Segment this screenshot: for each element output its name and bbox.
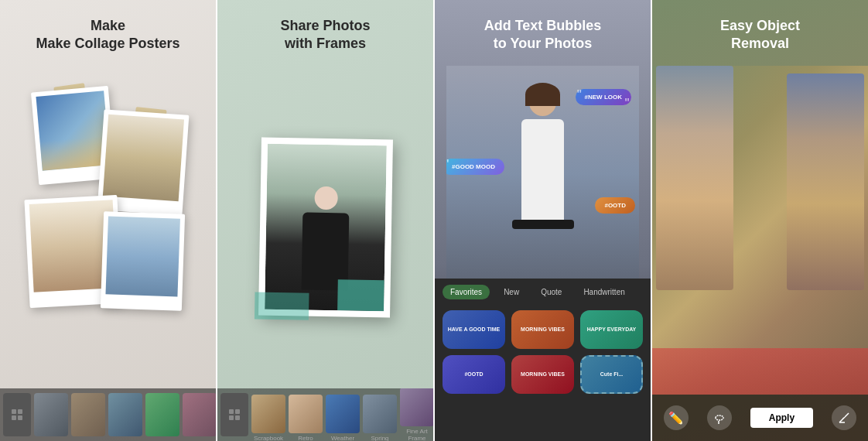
panel-4-image-area [652, 66, 868, 395]
p3-skateboard [512, 220, 574, 229]
thumbnail-5[interactable] [183, 393, 216, 436]
svg-rect-6 [229, 415, 234, 420]
thumbnail-strip-1 [0, 388, 216, 441]
tab-quote[interactable]: Quote [533, 285, 569, 299]
panel-text-bubbles: Add Text Bubblesto Your Photos " #NEW LO… [435, 0, 651, 441]
panel-3-title: Add Text Bubblesto Your Photos [435, 17, 651, 53]
sticker-grid: HAVE A GOOD TIME MORNING VIBES HAPPY EVE… [435, 306, 651, 398]
p4-background [652, 66, 868, 395]
svg-rect-1 [18, 409, 22, 414]
sticker-5[interactable]: MORNING VIBES [511, 355, 574, 394]
svg-rect-2 [12, 415, 16, 420]
p3-hair [525, 83, 560, 106]
teal-corner [337, 279, 384, 311]
panel-object-removal: Easy ObjectRemoval ✏️ Apply [652, 0, 868, 441]
thumbnail-1[interactable] [34, 393, 68, 436]
thumb-label-weather: Weather [331, 435, 354, 441]
panel-4-title: Easy ObjectRemoval [652, 17, 868, 53]
p3-controls: Favorites New Quote Handwritten HAVE A G… [435, 279, 651, 441]
text-bubble-1: " #NEW LOOK " [576, 89, 631, 105]
sticker-4[interactable]: #OOTD [443, 355, 505, 394]
thumbnail-3[interactable] [108, 393, 142, 436]
p4-car [652, 348, 868, 395]
panel-frames: Share Photoswith Frames [217, 0, 433, 441]
icon-button[interactable] [3, 393, 31, 436]
p4-toolbar: ✏️ Apply [652, 395, 868, 441]
thumb-label-spring: Spring [371, 435, 388, 441]
quote-open-2: " [446, 157, 449, 169]
collage-container [8, 70, 208, 387]
sticker-3[interactable]: HAPPY EVERYDAY [580, 310, 643, 349]
quote-close: " [624, 96, 630, 108]
eraser-icon[interactable] [832, 405, 856, 430]
teal-corner-2 [254, 292, 309, 320]
sticker-6[interactable]: Cute Fi... [580, 355, 643, 394]
apply-button[interactable]: Apply [750, 408, 813, 428]
thumb-labeled-retro[interactable]: Retro [289, 395, 323, 441]
svg-rect-7 [235, 415, 240, 420]
thumb-labeled-spring[interactable]: Spring [363, 395, 397, 441]
tab-new[interactable]: New [496, 285, 527, 299]
quote-open: " [577, 87, 583, 100]
thumb-labeled-fineart[interactable]: Fine Art Frame [400, 388, 433, 441]
p3-body [521, 119, 564, 220]
frame-preview-area [229, 66, 422, 388]
thumbnail-4[interactable] [145, 393, 179, 436]
p3-person-area: " #NEW LOOK " " #GOOD MOOD #OOTD [446, 66, 639, 282]
panel-2-title: Share Photoswith Frames [217, 17, 433, 53]
p4-person-right [787, 74, 864, 290]
thumbnail-strip-2: Scrapbook Retro Weather Spring Fine Art … [217, 388, 433, 441]
sticker-2[interactable]: MORNING VIBES [511, 310, 574, 349]
icon-button-2[interactable] [220, 393, 248, 436]
tab-favorites[interactable]: Favorites [443, 285, 490, 299]
person-head [314, 186, 338, 210]
p4-person-left [656, 66, 733, 290]
thumbnail-2[interactable] [71, 393, 105, 436]
svg-rect-4 [229, 409, 234, 414]
person-body [301, 212, 349, 290]
panel-1-title: MakeMake Collage Posters [0, 17, 216, 53]
thumb-label-retro: Retro [298, 435, 313, 441]
brush-icon[interactable]: ✏️ [664, 405, 689, 430]
thumb-labeled-scrapbook[interactable]: Scrapbook [251, 395, 285, 441]
svg-rect-3 [18, 415, 22, 420]
sticker-1[interactable]: HAVE A GOOD TIME [443, 310, 505, 349]
text-bubble-2: " #GOOD MOOD [446, 159, 504, 175]
p3-head [529, 89, 556, 116]
collage-photo-4 [100, 211, 184, 311]
text-bubble-3: #OOTD [595, 197, 635, 214]
svg-rect-5 [235, 409, 240, 414]
thumb-label-scrapbook: Scrapbook [254, 435, 283, 441]
panel-3-content: " #NEW LOOK " " #GOOD MOOD #OOTD Favorit… [435, 66, 651, 441]
p3-person-figure [504, 89, 582, 282]
frame-photo [258, 137, 393, 317]
thumb-labeled-weather[interactable]: Weather [326, 395, 360, 441]
tab-handwritten[interactable]: Handwritten [576, 285, 632, 299]
photo-stack [27, 89, 190, 368]
p3-tab-bar: Favorites New Quote Handwritten [435, 279, 651, 306]
lasso-icon[interactable] [707, 405, 732, 430]
p3-background: " #NEW LOOK " " #GOOD MOOD #OOTD [446, 66, 639, 282]
panel-collage: MakeMake Collage Posters [0, 0, 216, 441]
frame-photo-inner [265, 143, 387, 311]
svg-rect-0 [12, 409, 16, 414]
thumb-label-fineart: Fine Art Frame [400, 428, 433, 441]
